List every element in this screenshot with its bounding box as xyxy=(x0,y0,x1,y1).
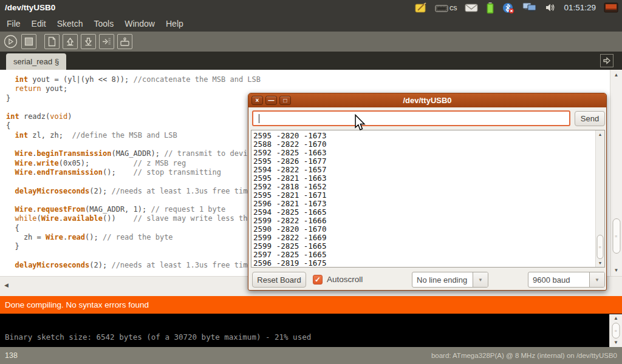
console-output: Binary sketch size: 6542 bytes (of a 307… xyxy=(5,332,311,342)
serial-scroll-thumb[interactable]: ≡ xyxy=(597,235,604,259)
network-icon[interactable] xyxy=(522,2,537,13)
volume-icon[interactable] xyxy=(545,2,556,13)
arrow-right-icon xyxy=(603,57,611,64)
reset-board-label: Reset Board xyxy=(257,275,301,285)
menu-file[interactable]: File xyxy=(1,16,26,31)
stop-button[interactable] xyxy=(21,34,36,49)
menu-help[interactable]: Help xyxy=(160,16,189,31)
toolbar xyxy=(0,32,622,52)
chevron-down-icon[interactable]: ▼ xyxy=(589,272,604,287)
battery-icon[interactable] xyxy=(486,2,494,14)
serial-monitor-button[interactable] xyxy=(117,34,132,49)
save-sketch-button[interactable] xyxy=(81,34,96,49)
serial-output-scrollbar[interactable]: ▲ ≡ ▼ xyxy=(595,130,604,267)
clock[interactable]: 01:51:29 xyxy=(564,3,596,12)
line-ending-select[interactable]: No line ending ▼ xyxy=(412,272,488,288)
serial-monitor-titlebar[interactable]: /dev/ttyUSB0 × — □ xyxy=(248,93,606,107)
send-button[interactable]: Send xyxy=(575,111,605,126)
console: Binary sketch size: 6542 bytes (of a 307… xyxy=(0,314,622,347)
compile-message: Done compiling. No syntax errors found xyxy=(5,300,149,309)
note-icon[interactable] xyxy=(415,2,427,13)
editor-vertical-scrollbar[interactable]: ▲ ≡ ▼ xyxy=(610,70,622,276)
console-scroll-thumb[interactable]: ≡ xyxy=(612,323,620,339)
menu-bar: File Edit Sketch Tools Window Help xyxy=(0,15,622,32)
baud-rate-select[interactable]: 9600 baud ▼ xyxy=(528,272,605,288)
scroll-left-icon[interactable]: ◀ xyxy=(4,282,9,288)
board-info: board: ATmega328P(A) @ 8 MHz (internal) … xyxy=(431,352,617,359)
close-icon[interactable]: × xyxy=(251,96,263,105)
scroll-down-icon[interactable]: ▼ xyxy=(610,340,622,346)
reset-board-button[interactable]: Reset Board xyxy=(252,272,306,288)
minimize-icon[interactable]: — xyxy=(265,96,277,105)
bluetooth-icon[interactable] xyxy=(502,2,514,14)
mail-icon[interactable] xyxy=(465,3,478,12)
serial-monitor-title: /dev/ttyUSB0 xyxy=(248,96,606,105)
tab-label: serial_read § xyxy=(13,57,59,66)
menu-sketch[interactable]: Sketch xyxy=(52,16,89,31)
tab-bar: serial_read § xyxy=(0,52,622,70)
serial-monitor-window: /dev/ttyUSB0 × — □ Send 2595 -2820 -1673… xyxy=(248,93,607,291)
open-sketch-button[interactable] xyxy=(63,34,78,49)
upload-button[interactable] xyxy=(99,34,114,49)
serial-output-lines: 2595 -2820 -16732588 -2822 -16702592 -28… xyxy=(251,130,604,268)
autoscroll-checkbox[interactable]: ✓ xyxy=(313,275,323,285)
menu-edit[interactable]: Edit xyxy=(26,16,52,31)
verify-button[interactable] xyxy=(3,34,18,49)
keyboard-layout-label: cs xyxy=(449,4,457,12)
compile-status-bar: Done compiling. No syntax errors found xyxy=(0,296,622,314)
text-caret xyxy=(259,114,259,123)
status-bar: 138 board: ATmega328P(A) @ 8 MHz (intern… xyxy=(0,347,622,364)
send-button-label: Send xyxy=(581,114,599,123)
serial-output[interactable]: 2595 -2820 -16732588 -2822 -16702592 -28… xyxy=(251,130,605,268)
line-ending-value: No line ending xyxy=(412,272,473,287)
scroll-up-icon[interactable]: ▲ xyxy=(610,315,622,322)
tab-serial-read[interactable]: serial_read § xyxy=(6,53,66,70)
scroll-down-icon[interactable]: ▼ xyxy=(596,261,604,265)
serial-input[interactable] xyxy=(252,110,570,126)
baud-rate-value: 9600 baud xyxy=(528,272,589,287)
editor-scroll-thumb[interactable]: ≡ xyxy=(612,218,620,254)
autoscroll-label: Autoscroll xyxy=(327,275,363,284)
line-number: 138 xyxy=(5,351,18,360)
serial-monitor-bottom-bar: Reset Board ✓ Autoscroll No line ending … xyxy=(248,269,606,290)
menu-tools[interactable]: Tools xyxy=(89,16,120,31)
scroll-up-icon[interactable]: ▲ xyxy=(596,132,604,136)
scroll-down-icon[interactable]: ▼ xyxy=(610,268,622,274)
console-scrollbar[interactable]: ▲ ≡ ▼ xyxy=(609,314,622,347)
menu-window[interactable]: Window xyxy=(119,16,160,31)
maximize-icon[interactable]: □ xyxy=(279,96,291,105)
desktop: /dev/ttyUSB0 cs 01:5 xyxy=(0,0,622,364)
scroll-up-icon[interactable]: ▲ xyxy=(610,72,622,78)
top-panel: /dev/ttyUSB0 cs 01:5 xyxy=(0,0,622,15)
session-icon[interactable] xyxy=(604,2,618,13)
new-sketch-button[interactable] xyxy=(44,34,60,49)
chevron-down-icon[interactable]: ▼ xyxy=(473,272,488,287)
keyboard-icon[interactable]: cs xyxy=(435,4,457,12)
system-tray: cs 01:51:29 xyxy=(415,2,622,14)
focused-window-title: /dev/ttyUSB0 xyxy=(0,3,55,12)
tab-menu-button[interactable] xyxy=(600,54,613,67)
